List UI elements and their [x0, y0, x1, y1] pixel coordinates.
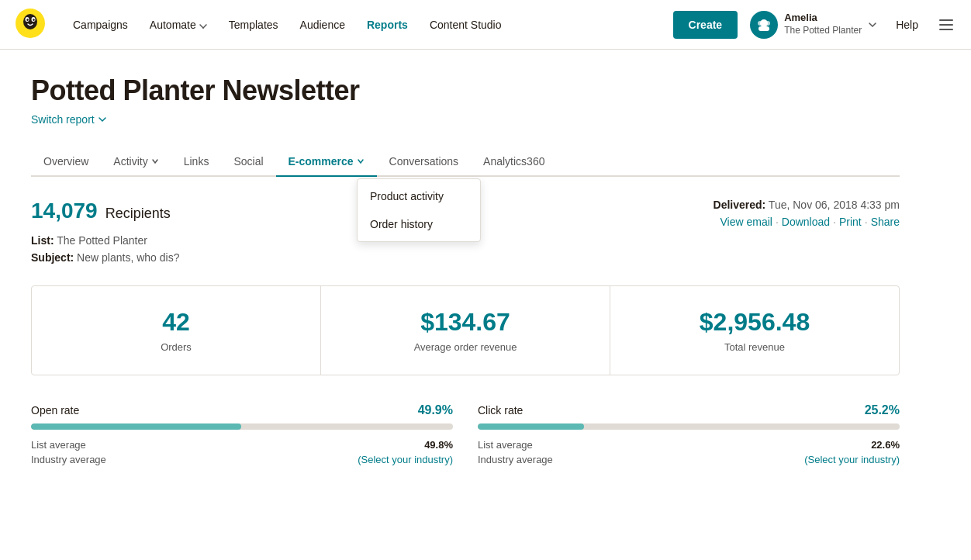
- click-rate-title: Click rate: [478, 404, 523, 417]
- activity-chevron: [151, 157, 159, 165]
- open-rate-list-avg: List average 49.8%: [31, 439, 453, 451]
- svg-point-1: [23, 14, 37, 29]
- total-revenue-number: $2,956.48: [626, 308, 883, 337]
- top-navigation: Campaigns Automate Templates Audience Re…: [0, 0, 971, 50]
- print-link[interactable]: Print: [839, 216, 862, 228]
- tab-activity[interactable]: Activity: [101, 147, 171, 177]
- click-rate-block: Click rate 25.2% List average 22.6% Indu…: [478, 403, 900, 465]
- ecommerce-chevron: [357, 157, 365, 165]
- delivered-info: Delivered: Tue, Nov 06, 2018 4:33 pm: [714, 199, 900, 211]
- nav-links: Campaigns Automate Templates Audience Re…: [64, 12, 673, 37]
- nav-reports[interactable]: Reports: [358, 12, 417, 37]
- open-rate-industry: Industry average (Select your industry): [31, 454, 453, 465]
- tab-analytics360[interactable]: Analytics360: [471, 147, 557, 177]
- tab-social[interactable]: Social: [221, 147, 275, 177]
- svg-point-7: [758, 21, 762, 26]
- recipients-number: 14,079: [31, 199, 98, 223]
- stat-orders: 42 Orders: [32, 286, 321, 375]
- meta-right: Delivered: Tue, Nov 06, 2018 4:33 pm Vie…: [714, 199, 900, 228]
- user-org: The Potted Planter: [784, 25, 862, 37]
- recipients-count-row: 14,079 Recipients: [31, 199, 179, 223]
- total-revenue-label: Total revenue: [626, 341, 883, 353]
- avg-revenue-number: $134.67: [337, 308, 594, 337]
- rate-row: Open rate 49.9% List average 49.8% Indus…: [31, 403, 900, 465]
- list-field: List: The Potted Planter: [31, 234, 179, 247]
- tab-ecommerce[interactable]: E-commerce: [276, 147, 377, 177]
- svg-rect-10: [939, 19, 953, 21]
- svg-point-5: [33, 19, 34, 21]
- view-email-link[interactable]: View email: [720, 216, 772, 228]
- share-link[interactable]: Share: [871, 216, 900, 228]
- nav-automate[interactable]: Automate: [140, 12, 216, 37]
- open-rate-header: Open rate 49.9%: [31, 403, 453, 417]
- svg-rect-11: [939, 24, 953, 26]
- click-rate-list-avg: List average 22.6%: [478, 439, 900, 451]
- click-rate-bar-fill: [478, 423, 584, 430]
- svg-point-4: [26, 19, 28, 21]
- automate-chevron: [199, 21, 207, 29]
- nav-templates[interactable]: Templates: [219, 12, 288, 37]
- user-name: Amelia: [784, 12, 862, 25]
- avatar: [750, 11, 778, 39]
- recipients-label: Recipients: [105, 206, 171, 222]
- open-rate-bar-fill: [31, 423, 241, 430]
- svg-rect-9: [758, 26, 769, 31]
- meta-left: 14,079 Recipients List: The Potted Plant…: [31, 199, 179, 264]
- stats-cards: 42 Orders $134.67 Average order revenue …: [31, 285, 900, 375]
- ecommerce-dropdown: Product activity Order history: [357, 178, 481, 242]
- switch-report[interactable]: Switch report: [31, 113, 900, 126]
- download-link[interactable]: Download: [782, 216, 830, 228]
- click-rate-header: Click rate 25.2%: [478, 403, 900, 417]
- topnav-right: Create Amelia The Potted Planter Help: [673, 11, 955, 39]
- nav-content-studio[interactable]: Content Studio: [420, 12, 511, 37]
- menu-icon[interactable]: [937, 16, 955, 34]
- dropdown-order-history[interactable]: Order history: [358, 210, 480, 238]
- switch-report-chevron: [98, 115, 107, 124]
- user-dropdown-chevron: [868, 20, 877, 29]
- create-button[interactable]: Create: [673, 11, 738, 39]
- open-rate-bar-bg: [31, 423, 453, 430]
- open-rate-pct: 49.9%: [418, 403, 453, 417]
- nav-audience[interactable]: Audience: [291, 12, 354, 37]
- svg-rect-12: [939, 29, 953, 30]
- user-area[interactable]: Amelia The Potted Planter: [750, 11, 877, 39]
- tab-overview[interactable]: Overview: [31, 147, 101, 177]
- dropdown-product-activity[interactable]: Product activity: [358, 182, 480, 210]
- click-rate-select-industry[interactable]: (Select your industry): [804, 454, 900, 465]
- svg-point-8: [765, 21, 770, 26]
- orders-number: 42: [47, 308, 305, 337]
- open-rate-select-industry[interactable]: (Select your industry): [358, 454, 453, 465]
- action-links: View email · Download · Print · Share: [720, 216, 900, 228]
- click-rate-pct: 25.2%: [865, 403, 900, 417]
- avg-revenue-label: Average order revenue: [337, 341, 594, 353]
- tab-conversations[interactable]: Conversations: [377, 147, 472, 177]
- report-tabs: Overview Activity Links Social E-commerc…: [31, 147, 900, 177]
- open-rate-block: Open rate 49.9% List average 49.8% Indus…: [31, 403, 453, 465]
- tab-links[interactable]: Links: [171, 147, 222, 177]
- click-rate-bar-bg: [478, 423, 900, 430]
- click-rate-industry: Industry average (Select your industry): [478, 454, 900, 465]
- page-content: Potted Planter Newsletter Switch report …: [0, 50, 931, 503]
- page-title: Potted Planter Newsletter: [31, 74, 900, 107]
- stat-avg-revenue: $134.67 Average order revenue: [321, 286, 610, 375]
- orders-label: Orders: [47, 341, 305, 353]
- subject-field: Subject: New plants, who dis?: [31, 251, 179, 264]
- nav-campaigns[interactable]: Campaigns: [64, 12, 137, 37]
- stat-total-revenue: $2,956.48 Total revenue: [610, 286, 899, 375]
- logo[interactable]: [16, 9, 45, 40]
- open-rate-title: Open rate: [31, 404, 79, 417]
- help-link[interactable]: Help: [890, 19, 924, 31]
- user-info: Amelia The Potted Planter: [784, 12, 862, 36]
